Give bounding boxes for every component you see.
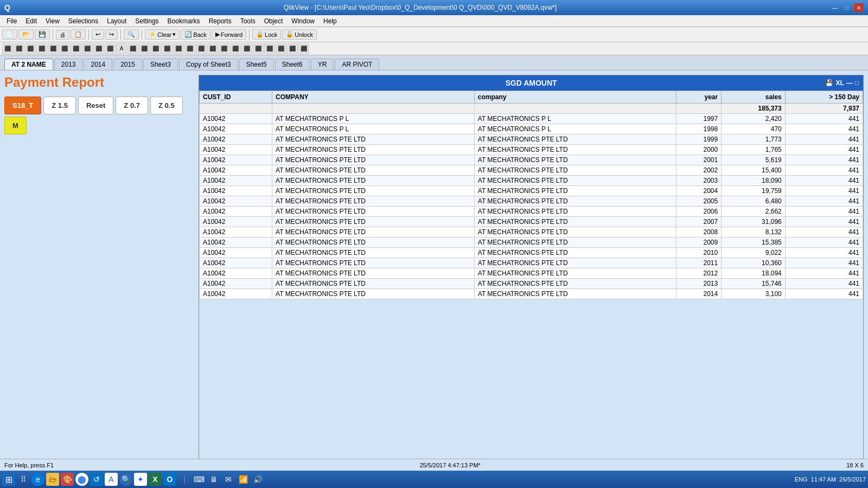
tab-2014[interactable]: 2014 [84,59,112,70]
tb2-btn-17[interactable]: ⬛ [184,43,195,54]
start-button[interactable]: ⊞ [2,473,15,486]
tb2-btn-11[interactable]: A [116,43,127,54]
teamviewer-icon[interactable]: ↺ [90,473,103,486]
system-tray-icon2[interactable]: 🔊 [251,473,264,486]
tb2-btn-27[interactable]: ⬛ [298,43,309,54]
save-button[interactable]: 💾 [35,29,50,40]
excel-icon[interactable]: X [149,473,162,486]
system-tray-icon1[interactable]: 📶 [237,473,250,486]
tab-sheet5[interactable]: Sheet5 [239,59,274,70]
tb2-btn-15[interactable]: ⬛ [162,43,173,54]
explorer-icon[interactable]: 🗁 [46,473,59,486]
tab-sheet3[interactable]: Sheet3 [143,59,178,70]
menu-window[interactable]: Window [287,16,319,26]
minimize-button[interactable]: — [830,3,840,12]
menu-file[interactable]: File [2,16,21,26]
menu-object[interactable]: Object [260,16,288,26]
tb2-btn-22[interactable]: ⬛ [241,43,252,54]
tb2-btn-25[interactable]: ⬛ [276,43,286,54]
reset-button[interactable]: Reset [78,97,113,114]
s18t-button[interactable]: S18_T [4,97,41,114]
tb2-btn-3[interactable]: ⬛ [25,43,36,54]
unlock-button[interactable]: 🔓 Unlock [282,29,317,40]
xl-icon[interactable]: XL [835,79,844,87]
dash-icon[interactable]: — [846,79,853,87]
col-150day[interactable]: > 150 Day [785,91,863,104]
tb2-btn-10[interactable]: ⬛ [105,43,116,54]
menu-help[interactable]: Help [319,16,341,26]
outlook-icon[interactable]: O [163,473,176,486]
menu-layout[interactable]: Layout [103,16,131,26]
undo-button[interactable]: ↩ [92,29,104,40]
search-button[interactable]: 🔍 [124,29,139,40]
mail-icon[interactable]: ✉ [222,473,235,486]
tab-2013[interactable]: 2013 [54,59,83,70]
tab-copy-sheet3[interactable]: Copy of Sheet3 [179,59,238,70]
table-scroll-area[interactable]: CUST_ID COMPANY company year sales > 150… [199,91,863,299]
menu-settings[interactable]: Settings [131,16,163,26]
tb2-btn-8[interactable]: ⬛ [82,43,93,54]
col-year[interactable]: year [676,91,722,104]
monitor-icon[interactable]: 🖥 [207,473,220,486]
m-button[interactable]: M [4,117,27,134]
wordpad-icon[interactable]: A [105,473,118,486]
tb2-btn-14[interactable]: ⬛ [150,43,161,54]
copy-button[interactable]: 📋 [71,29,86,40]
open-button[interactable]: 📂 [18,29,34,40]
menu-view[interactable]: View [41,16,64,26]
tb2-btn-19[interactable]: ⬛ [207,43,218,54]
tb2-btn-26[interactable]: ⬛ [287,43,298,54]
menu-selections[interactable]: Selections [64,16,103,26]
close-button[interactable]: ✕ [854,3,864,12]
menu-reports[interactable]: Reports [205,16,236,26]
tab-yr[interactable]: YR [311,59,334,70]
col-cust-id[interactable]: CUST_ID [200,91,272,104]
tb2-btn-1[interactable]: ⬛ [2,43,13,54]
tb2-btn-2[interactable]: ⬛ [14,43,24,54]
new-button[interactable]: 📄 [2,29,17,40]
search-taskbar-icon[interactable]: 🔍 [119,473,132,486]
col-sales[interactable]: sales [722,91,786,104]
forward-button[interactable]: ▶ Forward [212,29,246,40]
col-company[interactable]: COMPANY [272,91,475,104]
square-icon[interactable]: □ [855,79,859,87]
tb2-btn-18[interactable]: ⬛ [196,43,207,54]
keyboard-icon[interactable]: ⌨ [193,473,206,486]
back-button[interactable]: 🔄 Back [181,29,210,40]
z15-button[interactable]: Z 1.5 [43,97,76,114]
tb2-btn-6[interactable]: ⬛ [59,43,70,54]
tb2-btn-9[interactable]: ⬛ [93,43,104,54]
taskview-button[interactable]: ⠿ [17,473,30,486]
z05-button[interactable]: Z 0.5 [150,97,183,114]
menu-bookmarks[interactable]: Bookmarks [163,16,205,26]
print-button[interactable]: 🖨 [56,30,69,40]
tab-arpivot[interactable]: AR PIVOT [335,59,379,70]
save-icon[interactable]: 💾 [825,79,833,87]
z07-button[interactable]: Z 0.7 [116,97,148,114]
lock-button[interactable]: 🔒 Lock [252,29,281,40]
tb2-btn-23[interactable]: ⬛ [253,43,264,54]
tab-sheet6[interactable]: Sheet6 [275,59,310,70]
tb2-btn-7[interactable]: ⬛ [71,43,81,54]
tab-2015[interactable]: 2015 [113,59,142,70]
dropbox-icon[interactable]: ✦ [134,473,147,486]
tab-at2name[interactable]: AT 2 NAME [4,59,53,70]
tb2-btn-24[interactable]: ⬛ [264,43,275,54]
tb2-btn-13[interactable]: ⬛ [139,43,150,54]
tb2-btn-16[interactable]: ⬛ [173,43,184,54]
tb2-btn-4[interactable]: ⬛ [36,43,47,54]
tb2-btn-21[interactable]: ⬛ [230,43,241,54]
paint-icon[interactable]: 🎨 [61,473,74,486]
col-company2[interactable]: company [474,91,676,104]
maximize-button[interactable]: □ [842,3,852,12]
tb2-btn-5[interactable]: ⬛ [48,43,59,54]
redo-button[interactable]: ↪ [105,29,118,40]
menu-edit[interactable]: Edit [21,16,41,26]
clear-button[interactable]: ⚡ Clear ▾ [145,29,180,40]
ie-icon[interactable]: e [31,473,44,486]
chrome-icon[interactable]: ⬤ [75,473,88,486]
menu-tools[interactable]: Tools [236,16,260,26]
cell-company: AT MECHATRONICS PTE LTD [272,248,475,258]
tb2-btn-20[interactable]: ⬛ [219,43,229,54]
tb2-btn-12[interactable]: ⬛ [127,43,138,54]
